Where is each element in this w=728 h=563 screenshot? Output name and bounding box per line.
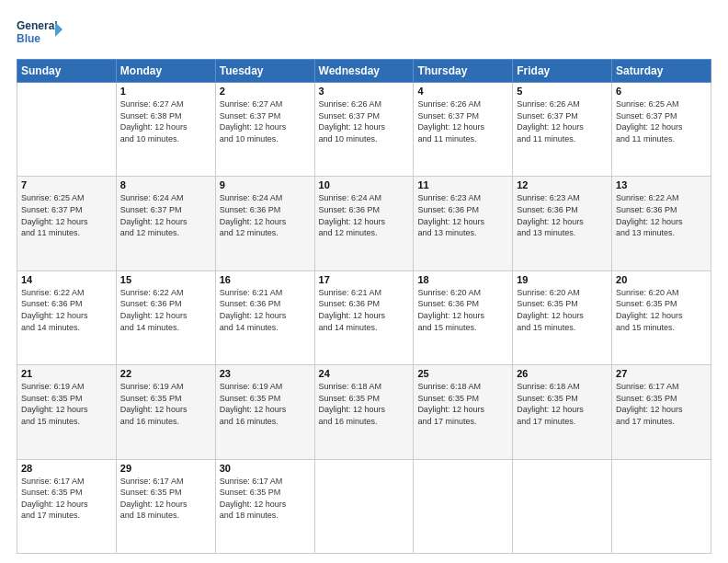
day-number: 15: [120, 274, 211, 285]
day-header-wednesday: Wednesday: [314, 60, 414, 83]
day-header-thursday: Thursday: [414, 60, 513, 83]
calendar-cell: 16Sunrise: 6:21 AM Sunset: 6:36 PM Dayli…: [215, 270, 314, 364]
calendar-cell: 9Sunrise: 6:24 AM Sunset: 6:36 PM Daylig…: [215, 177, 314, 270]
day-info: Sunrise: 6:20 AM Sunset: 6:36 PM Dayligh…: [417, 287, 508, 333]
day-info: Sunrise: 6:23 AM Sunset: 6:36 PM Dayligh…: [417, 192, 508, 238]
calendar-cell: 20Sunrise: 6:20 AM Sunset: 6:35 PM Dayli…: [612, 270, 711, 364]
day-info: Sunrise: 6:17 AM Sunset: 6:35 PM Dayligh…: [616, 381, 707, 427]
day-number: 6: [616, 86, 707, 97]
day-info: Sunrise: 6:20 AM Sunset: 6:35 PM Dayligh…: [616, 287, 707, 333]
day-number: 25: [417, 368, 508, 379]
calendar-table: SundayMondayTuesdayWednesdayThursdayFrid…: [17, 59, 711, 554]
calendar-cell: 5Sunrise: 6:26 AM Sunset: 6:37 PM Daylig…: [513, 83, 612, 177]
day-header-tuesday: Tuesday: [215, 60, 314, 83]
day-info: Sunrise: 6:19 AM Sunset: 6:35 PM Dayligh…: [120, 381, 211, 427]
day-info: Sunrise: 6:17 AM Sunset: 6:35 PM Dayligh…: [220, 476, 311, 522]
day-header-saturday: Saturday: [612, 60, 711, 83]
calendar-cell: 18Sunrise: 6:20 AM Sunset: 6:36 PM Dayli…: [414, 270, 513, 364]
day-info: Sunrise: 6:22 AM Sunset: 6:36 PM Dayligh…: [21, 287, 112, 333]
day-info: Sunrise: 6:17 AM Sunset: 6:35 PM Dayligh…: [21, 476, 112, 522]
calendar-cell: 3Sunrise: 6:26 AM Sunset: 6:37 PM Daylig…: [314, 83, 414, 177]
day-number: 8: [120, 179, 211, 190]
day-header-monday: Monday: [116, 60, 215, 83]
svg-marker-2: [55, 22, 63, 37]
day-info: Sunrise: 6:24 AM Sunset: 6:36 PM Dayligh…: [220, 192, 311, 238]
calendar-cell: [17, 83, 117, 177]
calendar-cell: 28Sunrise: 6:17 AM Sunset: 6:35 PM Dayli…: [17, 459, 117, 553]
svg-text:Blue: Blue: [17, 32, 40, 45]
calendar-cell: 29Sunrise: 6:17 AM Sunset: 6:35 PM Dayli…: [116, 459, 215, 553]
calendar-cell: 11Sunrise: 6:23 AM Sunset: 6:36 PM Dayli…: [414, 177, 513, 270]
day-number: 29: [120, 463, 211, 474]
day-number: 18: [417, 274, 508, 285]
day-info: Sunrise: 6:27 AM Sunset: 6:37 PM Dayligh…: [220, 98, 311, 144]
calendar-cell: 22Sunrise: 6:19 AM Sunset: 6:35 PM Dayli…: [116, 365, 215, 459]
calendar-cell: 30Sunrise: 6:17 AM Sunset: 6:35 PM Dayli…: [215, 459, 314, 553]
day-number: 4: [417, 86, 508, 97]
day-info: Sunrise: 6:19 AM Sunset: 6:35 PM Dayligh…: [21, 381, 112, 427]
calendar-cell: 17Sunrise: 6:21 AM Sunset: 6:36 PM Dayli…: [314, 270, 414, 364]
day-number: 22: [120, 368, 211, 379]
day-number: 17: [319, 274, 410, 285]
calendar-cell: 26Sunrise: 6:18 AM Sunset: 6:35 PM Dayli…: [513, 365, 612, 459]
svg-text:General: General: [17, 19, 58, 32]
calendar-cell: 24Sunrise: 6:18 AM Sunset: 6:35 PM Dayli…: [314, 365, 414, 459]
day-number: 27: [616, 368, 707, 379]
day-info: Sunrise: 6:18 AM Sunset: 6:35 PM Dayligh…: [517, 381, 608, 427]
day-number: 5: [517, 86, 608, 97]
day-number: 30: [220, 463, 311, 474]
calendar-cell: [314, 459, 414, 553]
day-number: 26: [517, 368, 608, 379]
calendar-cell: 15Sunrise: 6:22 AM Sunset: 6:36 PM Dayli…: [116, 270, 215, 364]
day-info: Sunrise: 6:27 AM Sunset: 6:38 PM Dayligh…: [120, 98, 211, 144]
day-info: Sunrise: 6:17 AM Sunset: 6:35 PM Dayligh…: [120, 476, 211, 522]
calendar-cell: 14Sunrise: 6:22 AM Sunset: 6:36 PM Dayli…: [17, 270, 117, 364]
day-number: 11: [417, 179, 508, 190]
calendar-cell: 19Sunrise: 6:20 AM Sunset: 6:35 PM Dayli…: [513, 270, 612, 364]
day-number: 24: [319, 368, 410, 379]
page-header: General Blue: [17, 17, 711, 50]
day-number: 1: [120, 86, 211, 97]
calendar-cell: [513, 459, 612, 553]
calendar-cell: 2Sunrise: 6:27 AM Sunset: 6:37 PM Daylig…: [215, 83, 314, 177]
day-info: Sunrise: 6:25 AM Sunset: 6:37 PM Dayligh…: [21, 192, 112, 238]
day-info: Sunrise: 6:21 AM Sunset: 6:36 PM Dayligh…: [220, 287, 311, 333]
calendar-cell: 6Sunrise: 6:25 AM Sunset: 6:37 PM Daylig…: [612, 83, 711, 177]
day-info: Sunrise: 6:22 AM Sunset: 6:36 PM Dayligh…: [616, 192, 707, 238]
day-number: 10: [319, 179, 410, 190]
day-number: 3: [319, 86, 410, 97]
day-info: Sunrise: 6:26 AM Sunset: 6:37 PM Dayligh…: [417, 98, 508, 144]
calendar-cell: 25Sunrise: 6:18 AM Sunset: 6:35 PM Dayli…: [414, 365, 513, 459]
calendar-cell: 8Sunrise: 6:24 AM Sunset: 6:37 PM Daylig…: [116, 177, 215, 270]
day-info: Sunrise: 6:20 AM Sunset: 6:35 PM Dayligh…: [517, 287, 608, 333]
calendar-cell: 21Sunrise: 6:19 AM Sunset: 6:35 PM Dayli…: [17, 365, 117, 459]
day-number: 19: [517, 274, 608, 285]
day-number: 28: [21, 463, 112, 474]
day-number: 2: [220, 86, 311, 97]
calendar-cell: 23Sunrise: 6:19 AM Sunset: 6:35 PM Dayli…: [215, 365, 314, 459]
day-number: 7: [21, 179, 112, 190]
day-info: Sunrise: 6:25 AM Sunset: 6:37 PM Dayligh…: [616, 98, 707, 144]
day-number: 21: [21, 368, 112, 379]
calendar-cell: 12Sunrise: 6:23 AM Sunset: 6:36 PM Dayli…: [513, 177, 612, 270]
calendar-cell: 27Sunrise: 6:17 AM Sunset: 6:35 PM Dayli…: [612, 365, 711, 459]
calendar-cell: [612, 459, 711, 553]
day-info: Sunrise: 6:26 AM Sunset: 6:37 PM Dayligh…: [319, 98, 410, 144]
calendar-cell: 13Sunrise: 6:22 AM Sunset: 6:36 PM Dayli…: [612, 177, 711, 270]
day-number: 13: [616, 179, 707, 190]
day-header-friday: Friday: [513, 60, 612, 83]
calendar-cell: [414, 459, 513, 553]
day-info: Sunrise: 6:19 AM Sunset: 6:35 PM Dayligh…: [220, 381, 311, 427]
logo-svg: General Blue: [17, 17, 63, 50]
logo: General Blue: [17, 17, 63, 50]
day-info: Sunrise: 6:24 AM Sunset: 6:36 PM Dayligh…: [319, 192, 410, 238]
calendar-cell: 7Sunrise: 6:25 AM Sunset: 6:37 PM Daylig…: [17, 177, 117, 270]
day-header-sunday: Sunday: [17, 60, 117, 83]
day-info: Sunrise: 6:24 AM Sunset: 6:37 PM Dayligh…: [120, 192, 211, 238]
day-number: 12: [517, 179, 608, 190]
calendar-cell: 1Sunrise: 6:27 AM Sunset: 6:38 PM Daylig…: [116, 83, 215, 177]
day-info: Sunrise: 6:18 AM Sunset: 6:35 PM Dayligh…: [417, 381, 508, 427]
day-info: Sunrise: 6:18 AM Sunset: 6:35 PM Dayligh…: [319, 381, 410, 427]
calendar-cell: 4Sunrise: 6:26 AM Sunset: 6:37 PM Daylig…: [414, 83, 513, 177]
day-info: Sunrise: 6:26 AM Sunset: 6:37 PM Dayligh…: [517, 98, 608, 144]
